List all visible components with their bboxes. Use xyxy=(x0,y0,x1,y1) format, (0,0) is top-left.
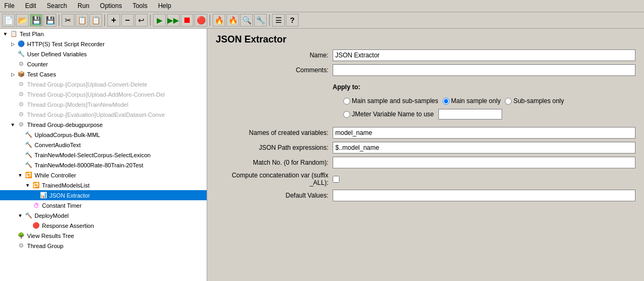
tree-item-upload-corpus[interactable]: 🔨 UploadCorpus-Bulk-MML xyxy=(0,130,207,140)
tree-item-user-defined[interactable]: 🔧 User Defined Variables xyxy=(0,49,207,59)
radio-main-sub[interactable]: Main sample and sub-samples xyxy=(343,97,438,105)
clear-all-button[interactable]: 🔥 xyxy=(226,14,239,27)
tree-item-tg-corpus-convert[interactable]: ⚙ Thread Group-[Corpus]Upload-Convert-De… xyxy=(0,79,207,89)
tree-item-train-select[interactable]: 🔨 TrainNewModel-SelectCorpus-SelectLexic… xyxy=(0,150,207,160)
tree-item-tg-models-train[interactable]: ⚙ Thread Group-[Models]TrainNewModel xyxy=(0,99,207,109)
new-button[interactable]: 📄 xyxy=(2,14,15,27)
start-no-pause-button[interactable]: ▶▶ xyxy=(167,14,180,27)
tree-item-trained-models-list[interactable]: ▼ 🔁 TrainedModelsList xyxy=(0,180,207,190)
tree-item-constant-timer[interactable]: ⏱ Constant Timer xyxy=(0,200,207,210)
radio-sub-only[interactable]: Sub-samples only xyxy=(505,97,564,105)
open-button[interactable]: 📂 xyxy=(16,14,29,27)
names-input[interactable] xyxy=(333,127,635,139)
radio-jmeter-var-input[interactable] xyxy=(343,111,350,118)
tree-panel: ▼ 📋 Test Plan ▷ 🔵 HTTP(S) Test Script Re… xyxy=(0,29,207,281)
label-tg-corpus-convert: Thread Group-[Corpus]Upload-Convert-Dele… xyxy=(27,81,147,88)
menu-edit[interactable]: Edit xyxy=(23,1,38,11)
json-path-input[interactable] xyxy=(333,142,635,154)
names-label: Names of created variables: xyxy=(216,129,333,137)
radio-main-only-label: Main sample only xyxy=(451,97,501,105)
label-convert-audio: ConvertAudioText xyxy=(35,142,81,148)
add-button[interactable]: + xyxy=(107,14,120,27)
label-user-defined: User Defined Variables xyxy=(27,51,87,57)
cut-button[interactable]: ✂ xyxy=(62,14,74,27)
match-no-row: Match No. (0 for Random): xyxy=(216,157,635,168)
clear-button[interactable]: 🔥 xyxy=(213,14,225,27)
radio-sub-only-input[interactable] xyxy=(505,98,512,105)
label-while-controller: While Controller xyxy=(35,172,76,178)
label-train-select: TrainNewModel-SelectCorpus-SelectLexicon xyxy=(35,152,150,158)
form-area: Name: Comments: Apply to: xyxy=(207,49,644,201)
menu-tools[interactable]: Tools xyxy=(130,1,149,11)
tree-item-tg-debug[interactable]: ▼ ⚙ Thread Group-debugpurpose xyxy=(0,120,207,130)
arrow-tg-models-train xyxy=(10,101,16,108)
default-values-row: Default Values: xyxy=(216,190,635,201)
search-button[interactable]: 🔍 xyxy=(240,14,253,27)
remove-button[interactable]: – xyxy=(121,14,134,27)
main-layout: ▼ 📋 Test Plan ▷ 🔵 HTTP(S) Test Script Re… xyxy=(0,29,644,281)
default-values-input[interactable] xyxy=(333,190,635,201)
comments-label: Comments: xyxy=(216,66,333,74)
compute-concat-checkbox[interactable] xyxy=(333,176,340,183)
arrow-http-recorder: ▷ xyxy=(10,41,16,47)
icon-tg-corpus-convert: ⚙ xyxy=(17,80,26,89)
start-button[interactable]: ▶ xyxy=(153,14,166,27)
radio-main-sub-input[interactable] xyxy=(343,98,350,105)
list-button[interactable]: ☰ xyxy=(272,14,285,27)
icon-deploy-model: 🔨 xyxy=(24,211,33,220)
save-as-button[interactable]: 💾 xyxy=(44,14,56,27)
icon-train-8000: 🔨 xyxy=(24,161,33,169)
tree-item-thread-group-bottom[interactable]: ⚙ Thread Group xyxy=(0,241,207,251)
shutdown-button[interactable]: 🔴 xyxy=(194,14,207,27)
tree-item-test-cases[interactable]: ▷ 📦 Test Cases xyxy=(0,69,207,79)
copy-button[interactable]: 📋 xyxy=(75,14,88,27)
menu-file[interactable]: File xyxy=(2,1,16,11)
arrow-deploy-model: ▼ xyxy=(17,212,23,219)
tree-item-test-plan[interactable]: ▼ 📋 Test Plan xyxy=(0,29,207,39)
tree-item-tg-corpus-addmore[interactable]: ⚙ Thread Group-[Corpus]Upload-AddMore-Co… xyxy=(0,89,207,99)
label-tg-models-train: Thread Group-[Models]TrainNewModel xyxy=(27,101,128,108)
help-button[interactable]: ? xyxy=(286,14,299,27)
apply-to-header: Apply to: xyxy=(333,81,360,94)
jmeter-var-text-input[interactable] xyxy=(438,109,502,120)
tree-item-view-results-tree[interactable]: 🌳 View Results Tree xyxy=(0,231,207,241)
tree-item-counter[interactable]: ⚙ Counter xyxy=(0,59,207,69)
match-no-label: Match No. (0 for Random): xyxy=(216,159,333,166)
tree-item-json-extractor[interactable]: 📊 JSON Extractor xyxy=(0,190,207,200)
menu-run[interactable]: Run xyxy=(75,1,91,11)
label-tg-debug: Thread Group-debugpurpose xyxy=(27,122,103,128)
label-response-assertion: Response Assertion xyxy=(42,223,94,229)
radio-main-only-input[interactable] xyxy=(443,98,450,105)
tree-item-train-8000[interactable]: 🔨 TrainNewModel-8000Rate-80Train-20Test xyxy=(0,160,207,170)
arrow-train-select xyxy=(17,152,23,158)
tree-item-while-controller[interactable]: ▼ 🔁 While Controller xyxy=(0,170,207,180)
reset-search-button[interactable]: 🔧 xyxy=(254,14,267,27)
icon-tg-eval-upload: ⚙ xyxy=(17,110,26,119)
tree-item-tg-eval-upload[interactable]: ⚙ Thread Group-[Evaluation]UploadEvalDat… xyxy=(0,109,207,120)
paste-button[interactable]: 📋 xyxy=(89,14,102,27)
match-no-input[interactable] xyxy=(333,157,635,168)
arrow-trained-models-list: ▼ xyxy=(24,182,31,189)
arrow-upload-corpus xyxy=(17,132,23,138)
arrow-response-assertion xyxy=(24,223,31,229)
radio-main-only[interactable]: Main sample only xyxy=(443,97,501,105)
tree-item-response-assertion[interactable]: 🔴 Response Assertion xyxy=(0,220,207,231)
tree-item-http-recorder[interactable]: ▷ 🔵 HTTP(S) Test Script Recorder xyxy=(0,39,207,49)
tree-item-deploy-model[interactable]: ▼ 🔨 DeployModel xyxy=(0,210,207,220)
label-trained-models-list: TrainedModelsList xyxy=(42,182,89,189)
arrow-tg-corpus-convert xyxy=(10,81,16,88)
comments-input[interactable] xyxy=(333,64,635,76)
radio-jmeter-var[interactable]: JMeter Variable Name to use xyxy=(343,110,434,118)
name-input[interactable] xyxy=(333,49,635,61)
label-tg-eval-upload: Thread Group-[Evaluation]UploadEvalDatas… xyxy=(27,112,165,118)
menu-help[interactable]: Help xyxy=(156,1,173,11)
undo-button[interactable]: ↩ xyxy=(135,14,148,27)
stop-button[interactable]: ⏹ xyxy=(181,14,193,27)
label-tg-corpus-addmore: Thread Group-[Corpus]Upload-AddMore-Conv… xyxy=(27,91,165,98)
menu-options[interactable]: Options xyxy=(98,1,124,11)
radio-group: Main sample and sub-samples Main sample … xyxy=(333,97,635,120)
save-button[interactable]: 💾 xyxy=(30,14,43,27)
separator-1 xyxy=(58,14,60,26)
menu-search[interactable]: Search xyxy=(45,1,69,11)
tree-item-convert-audio[interactable]: 🔨 ConvertAudioText xyxy=(0,140,207,150)
